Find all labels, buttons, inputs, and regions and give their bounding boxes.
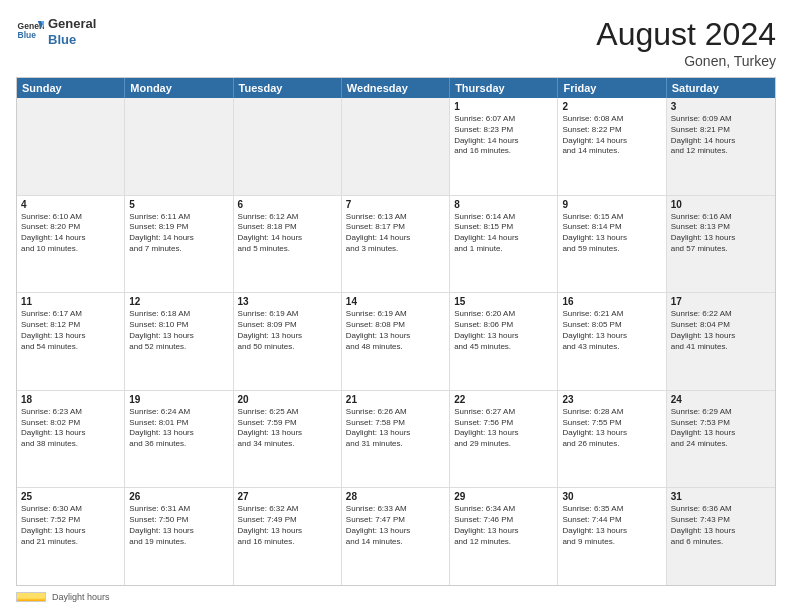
day-number: 20	[238, 394, 337, 405]
day-cell-13: 13Sunrise: 6:19 AM Sunset: 8:09 PM Dayli…	[234, 293, 342, 390]
day-number: 17	[671, 296, 771, 307]
day-cell-15: 15Sunrise: 6:20 AM Sunset: 8:06 PM Dayli…	[450, 293, 558, 390]
day-cell-7: 7Sunrise: 6:13 AM Sunset: 8:17 PM Daylig…	[342, 196, 450, 293]
calendar-row-3: 18Sunrise: 6:23 AM Sunset: 8:02 PM Dayli…	[17, 391, 775, 489]
day-number: 4	[21, 199, 120, 210]
day-info: Sunrise: 6:35 AM Sunset: 7:44 PM Dayligh…	[562, 504, 661, 547]
day-info: Sunrise: 6:26 AM Sunset: 7:58 PM Dayligh…	[346, 407, 445, 450]
day-info: Sunrise: 6:07 AM Sunset: 8:23 PM Dayligh…	[454, 114, 553, 157]
calendar-body: 1Sunrise: 6:07 AM Sunset: 8:23 PM Daylig…	[17, 98, 775, 585]
day-info: Sunrise: 6:29 AM Sunset: 7:53 PM Dayligh…	[671, 407, 771, 450]
location-subtitle: Gonen, Turkey	[596, 53, 776, 69]
day-number: 5	[129, 199, 228, 210]
day-number: 27	[238, 491, 337, 502]
day-cell-16: 16Sunrise: 6:21 AM Sunset: 8:05 PM Dayli…	[558, 293, 666, 390]
day-number: 15	[454, 296, 553, 307]
day-cell-23: 23Sunrise: 6:28 AM Sunset: 7:55 PM Dayli…	[558, 391, 666, 488]
day-info: Sunrise: 6:28 AM Sunset: 7:55 PM Dayligh…	[562, 407, 661, 450]
day-number: 31	[671, 491, 771, 502]
daylight-label: Daylight hours	[52, 592, 110, 602]
page: General Blue General Blue August 2024 Go…	[0, 0, 792, 612]
empty-cell-0-0	[17, 98, 125, 195]
day-number: 22	[454, 394, 553, 405]
day-cell-27: 27Sunrise: 6:32 AM Sunset: 7:49 PM Dayli…	[234, 488, 342, 585]
day-number: 19	[129, 394, 228, 405]
header: General Blue General Blue August 2024 Go…	[16, 16, 776, 69]
day-cell-6: 6Sunrise: 6:12 AM Sunset: 8:18 PM Daylig…	[234, 196, 342, 293]
day-number: 6	[238, 199, 337, 210]
day-info: Sunrise: 6:18 AM Sunset: 8:10 PM Dayligh…	[129, 309, 228, 352]
day-cell-21: 21Sunrise: 6:26 AM Sunset: 7:58 PM Dayli…	[342, 391, 450, 488]
day-info: Sunrise: 6:27 AM Sunset: 7:56 PM Dayligh…	[454, 407, 553, 450]
month-title: August 2024	[596, 16, 776, 53]
day-number: 25	[21, 491, 120, 502]
day-number: 26	[129, 491, 228, 502]
day-number: 16	[562, 296, 661, 307]
day-info: Sunrise: 6:30 AM Sunset: 7:52 PM Dayligh…	[21, 504, 120, 547]
day-number: 2	[562, 101, 661, 112]
calendar-row-2: 11Sunrise: 6:17 AM Sunset: 8:12 PM Dayli…	[17, 293, 775, 391]
day-info: Sunrise: 6:31 AM Sunset: 7:50 PM Dayligh…	[129, 504, 228, 547]
day-number: 30	[562, 491, 661, 502]
day-info: Sunrise: 6:22 AM Sunset: 8:04 PM Dayligh…	[671, 309, 771, 352]
day-cell-22: 22Sunrise: 6:27 AM Sunset: 7:56 PM Dayli…	[450, 391, 558, 488]
day-cell-20: 20Sunrise: 6:25 AM Sunset: 7:59 PM Dayli…	[234, 391, 342, 488]
svg-text:Blue: Blue	[18, 30, 37, 40]
day-cell-29: 29Sunrise: 6:34 AM Sunset: 7:46 PM Dayli…	[450, 488, 558, 585]
day-info: Sunrise: 6:20 AM Sunset: 8:06 PM Dayligh…	[454, 309, 553, 352]
day-info: Sunrise: 6:09 AM Sunset: 8:21 PM Dayligh…	[671, 114, 771, 157]
header-day-sunday: Sunday	[17, 78, 125, 98]
day-number: 1	[454, 101, 553, 112]
day-number: 12	[129, 296, 228, 307]
day-number: 3	[671, 101, 771, 112]
day-number: 18	[21, 394, 120, 405]
day-cell-24: 24Sunrise: 6:29 AM Sunset: 7:53 PM Dayli…	[667, 391, 775, 488]
title-block: August 2024 Gonen, Turkey	[596, 16, 776, 69]
day-cell-18: 18Sunrise: 6:23 AM Sunset: 8:02 PM Dayli…	[17, 391, 125, 488]
day-number: 14	[346, 296, 445, 307]
calendar-row-0: 1Sunrise: 6:07 AM Sunset: 8:23 PM Daylig…	[17, 98, 775, 196]
day-info: Sunrise: 6:16 AM Sunset: 8:13 PM Dayligh…	[671, 212, 771, 255]
day-info: Sunrise: 6:17 AM Sunset: 8:12 PM Dayligh…	[21, 309, 120, 352]
footer-note: Daylight hours	[16, 592, 776, 602]
day-number: 23	[562, 394, 661, 405]
day-info: Sunrise: 6:13 AM Sunset: 8:17 PM Dayligh…	[346, 212, 445, 255]
calendar-row-1: 4Sunrise: 6:10 AM Sunset: 8:20 PM Daylig…	[17, 196, 775, 294]
day-number: 21	[346, 394, 445, 405]
day-info: Sunrise: 6:19 AM Sunset: 8:08 PM Dayligh…	[346, 309, 445, 352]
day-info: Sunrise: 6:24 AM Sunset: 8:01 PM Dayligh…	[129, 407, 228, 450]
day-number: 28	[346, 491, 445, 502]
day-info: Sunrise: 6:12 AM Sunset: 8:18 PM Dayligh…	[238, 212, 337, 255]
logo-blue-text: Blue	[48, 32, 96, 48]
day-cell-3: 3Sunrise: 6:09 AM Sunset: 8:21 PM Daylig…	[667, 98, 775, 195]
day-info: Sunrise: 6:36 AM Sunset: 7:43 PM Dayligh…	[671, 504, 771, 547]
day-info: Sunrise: 6:34 AM Sunset: 7:46 PM Dayligh…	[454, 504, 553, 547]
day-cell-25: 25Sunrise: 6:30 AM Sunset: 7:52 PM Dayli…	[17, 488, 125, 585]
day-cell-5: 5Sunrise: 6:11 AM Sunset: 8:19 PM Daylig…	[125, 196, 233, 293]
day-cell-30: 30Sunrise: 6:35 AM Sunset: 7:44 PM Dayli…	[558, 488, 666, 585]
day-info: Sunrise: 6:14 AM Sunset: 8:15 PM Dayligh…	[454, 212, 553, 255]
day-cell-9: 9Sunrise: 6:15 AM Sunset: 8:14 PM Daylig…	[558, 196, 666, 293]
day-info: Sunrise: 6:32 AM Sunset: 7:49 PM Dayligh…	[238, 504, 337, 547]
header-day-wednesday: Wednesday	[342, 78, 450, 98]
day-cell-8: 8Sunrise: 6:14 AM Sunset: 8:15 PM Daylig…	[450, 196, 558, 293]
day-info: Sunrise: 6:21 AM Sunset: 8:05 PM Dayligh…	[562, 309, 661, 352]
day-number: 9	[562, 199, 661, 210]
day-number: 29	[454, 491, 553, 502]
header-day-saturday: Saturday	[667, 78, 775, 98]
day-number: 8	[454, 199, 553, 210]
day-cell-19: 19Sunrise: 6:24 AM Sunset: 8:01 PM Dayli…	[125, 391, 233, 488]
header-day-thursday: Thursday	[450, 78, 558, 98]
day-number: 7	[346, 199, 445, 210]
day-info: Sunrise: 6:33 AM Sunset: 7:47 PM Dayligh…	[346, 504, 445, 547]
empty-cell-0-2	[234, 98, 342, 195]
header-day-tuesday: Tuesday	[234, 78, 342, 98]
day-cell-12: 12Sunrise: 6:18 AM Sunset: 8:10 PM Dayli…	[125, 293, 233, 390]
header-day-friday: Friday	[558, 78, 666, 98]
footer: Daylight hours	[16, 592, 776, 602]
day-number: 11	[21, 296, 120, 307]
day-cell-14: 14Sunrise: 6:19 AM Sunset: 8:08 PM Dayli…	[342, 293, 450, 390]
day-cell-11: 11Sunrise: 6:17 AM Sunset: 8:12 PM Dayli…	[17, 293, 125, 390]
logo-icon: General Blue	[16, 18, 44, 46]
empty-cell-0-1	[125, 98, 233, 195]
